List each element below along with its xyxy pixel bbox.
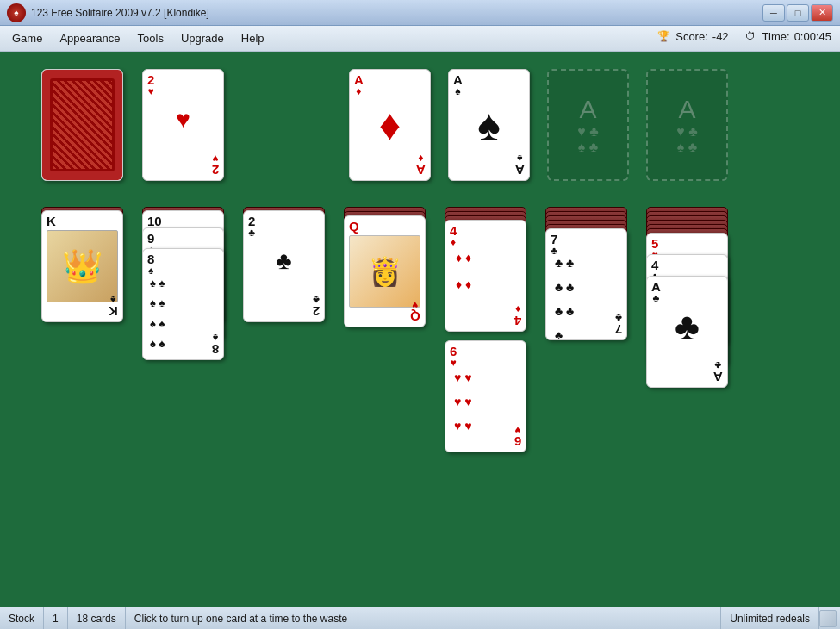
time-value: 0:00:45 (794, 30, 831, 43)
foundation-3-placeholder: A ♥ ♣♠ ♣ (577, 95, 598, 155)
col5-four-diamonds[interactable]: 4 ♦ ♦ ♦♦ ♦ 4 ♦ (445, 220, 526, 332)
status-redeals: Unlimited redeals (721, 607, 819, 629)
seven-clubs-pips: ♣ ♣♣ ♣♣ ♣♣ (555, 251, 574, 340)
foundation-3[interactable]: A ♥ ♣♠ ♣ (547, 69, 629, 181)
eight-pips: ♠ ♠♠ ♠♠ ♠♠ ♠ (150, 273, 165, 354)
status-stock-cards: 18 cards (68, 607, 126, 629)
app-icon: ♠ (7, 3, 26, 22)
col1-king-spades[interactable]: K ♠ 👑 K ♠ (41, 210, 123, 322)
waste-rank: 2 (147, 73, 154, 86)
col2-eight-spades[interactable]: 8 ♠ ♠ ♠♠ ♠♠ ♠♠ ♠ 8 ♠ (142, 248, 224, 360)
titlebar: ♠ 123 Free Solitaire 2009 v7.2 [Klondike… (0, 0, 840, 26)
waste-suit: ♥ (148, 86, 154, 97)
status-stock-label: Stock (0, 607, 44, 629)
menu-help[interactable]: Help (233, 28, 273, 48)
col7-ace-clubs[interactable]: A ♣ ♣ A ♣ (646, 276, 728, 388)
time-display: ⏱ Time: 0:00:45 (743, 28, 831, 44)
queen-face: 👸 (349, 235, 420, 308)
menu-tools[interactable]: Tools (129, 28, 172, 48)
status-resize-grip (819, 610, 837, 627)
time-label: Time: (762, 30, 790, 43)
ace-clubs-center: ♣ (675, 305, 700, 348)
close-button[interactable]: ✕ (811, 4, 833, 22)
waste-pile[interactable]: 2 ♥ ♥ 2 ♥ (142, 69, 224, 181)
time-icon: ⏱ (743, 28, 758, 44)
minimize-button[interactable]: ─ (762, 4, 785, 22)
foundation-1[interactable]: A ♦ ♦ A ♦ (349, 69, 431, 181)
status-stock-count: 1 (44, 607, 68, 629)
foundation-2-suit: ♠ (477, 100, 501, 150)
score-area: 🏆 Score: -42 ⏱ Time: 0:00:45 (656, 28, 831, 44)
queen-glyph: 👸 (368, 255, 402, 288)
menu-appearance[interactable]: Appearance (51, 28, 128, 48)
score-display: 🏆 Score: -42 (656, 28, 728, 44)
waste-center-suit: ♥ (176, 106, 190, 134)
menu-upgrade[interactable]: Upgrade (172, 28, 233, 48)
score-label: Score: (675, 30, 708, 43)
game-area[interactable]: 2 ♥ ♥ 2 ♥ A ♦ ♦ A ♦ A ♠ ♠ A ♠ (0, 52, 840, 607)
menu-game[interactable]: Game (3, 28, 51, 48)
king-glyph: 👑 (62, 247, 103, 285)
statusbar: Stock 1 18 cards Click to turn up one ca… (0, 607, 840, 629)
menubar: Game Appearance Tools Upgrade Help 🏆 Sco… (0, 26, 840, 52)
titlebar-left: ♠ 123 Free Solitaire 2009 v7.2 [Klondike… (7, 3, 209, 22)
col3-two-clubs[interactable]: 2 ♣ ♣ 2 ♣ (243, 210, 325, 322)
stock-pile[interactable] (41, 69, 123, 181)
four-diamonds-pips: ♦ ♦♦ ♦ (456, 245, 471, 298)
foundation-1-suit: ♦ (379, 100, 401, 150)
foundation-2[interactable]: A ♠ ♠ A ♠ (448, 69, 530, 181)
two-clubs-center: ♣ (276, 247, 291, 275)
col6-seven-clubs[interactable]: 7 ♣ ♣ ♣♣ ♣♣ ♣♣ 7 ♣ (545, 228, 627, 340)
col4-queen-hearts[interactable]: Q ♥ 👸 Q ♥ (344, 215, 426, 327)
maximize-button[interactable]: □ (787, 4, 809, 22)
six-hearts-pips: ♥ ♥♥ ♥♥ ♥ (454, 365, 472, 438)
foundation-4-placeholder: A ♥ ♣♠ ♣ (676, 95, 697, 155)
col5-six-hearts[interactable]: 6 ♥ ♥ ♥♥ ♥♥ ♥ 6 ♥ (445, 340, 526, 452)
titlebar-buttons: ─ □ ✕ (762, 4, 833, 22)
score-icon: 🏆 (656, 28, 671, 44)
status-message: Click to turn up one card at a time to t… (126, 607, 722, 629)
foundation-4[interactable]: A ♥ ♣♠ ♣ (646, 69, 728, 181)
king-face: 👑 (47, 230, 118, 302)
score-value: -42 (712, 30, 729, 43)
titlebar-title: 123 Free Solitaire 2009 v7.2 [Klondike] (31, 7, 209, 19)
